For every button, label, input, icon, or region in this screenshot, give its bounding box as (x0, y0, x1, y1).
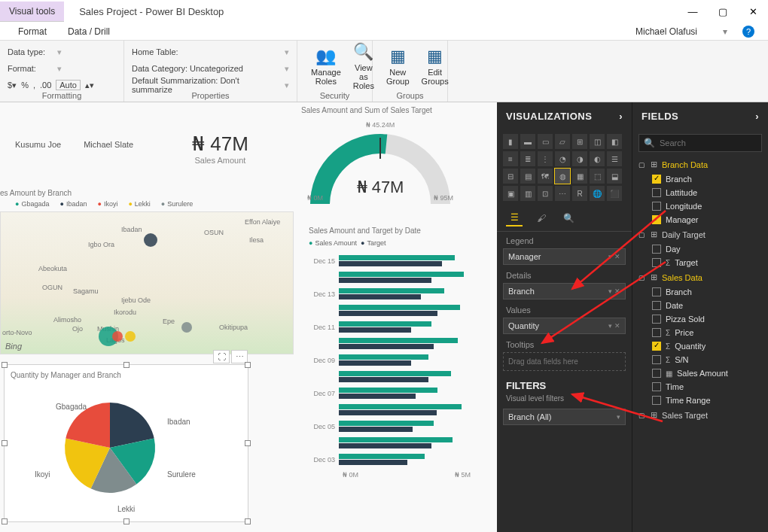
field-day[interactable]: Day (632, 242, 768, 256)
field-sales-amount[interactable]: ▦Sales Amount (632, 366, 768, 380)
viz-type-8[interactable]: ≣ (520, 151, 535, 166)
kpi-card[interactable]: ₦ 47M Sales Amount (192, 132, 248, 165)
viz-type-4[interactable]: ⊞ (572, 134, 587, 149)
tooltips-well[interactable]: Drag data fields here (503, 352, 626, 371)
bar-chart-visual[interactable]: Sales Amount and Target by Date Sales Am… (309, 226, 471, 479)
viz-type-1[interactable]: ▬ (520, 134, 535, 149)
viz-type-7[interactable]: ≡ (503, 151, 518, 166)
field-longitude[interactable]: Longitude (632, 199, 768, 213)
field-branch[interactable]: Branch (632, 172, 768, 186)
field-lattitude[interactable]: Lattitude (632, 186, 768, 199)
group-security: Security (297, 91, 372, 100)
filters-header: FILTERS (497, 372, 632, 394)
viz-type-3[interactable]: ▱ (555, 134, 570, 149)
home-table-select[interactable]: Home Table:▾ (132, 45, 289, 59)
new-group-button[interactable]: ▦New Group (380, 44, 416, 89)
viz-type-14[interactable]: ⊟ (503, 169, 518, 184)
viz-type-5[interactable]: ◫ (590, 134, 605, 149)
visual-tools-tab[interactable]: Visual tools (0, 2, 64, 22)
kpi-name-1: Kusumu Joe (15, 140, 61, 149)
user-chevron-icon[interactable]: ▾ (712, 26, 738, 37)
edit-groups-button[interactable]: ▦Edit Groups (416, 44, 455, 89)
viz-type-10[interactable]: ◔ (555, 151, 570, 166)
group-groups: Groups (373, 91, 447, 100)
viz-type-13[interactable]: ☰ (607, 151, 622, 166)
viz-type-24[interactable]: ⋯ (555, 186, 570, 201)
pie-chart (57, 395, 163, 500)
viz-type-15[interactable]: ▤ (520, 169, 535, 184)
filter-branch[interactable]: Branch (All)▾ (503, 409, 626, 425)
minimize-button[interactable]: — (678, 0, 708, 23)
field-time[interactable]: Time (632, 380, 768, 394)
field-manager[interactable]: Manager (632, 213, 768, 226)
search-input[interactable] (660, 138, 763, 147)
ribbon: Data type:▾ Format:▾ $▾%,.00 Auto▴▾ Form… (0, 41, 768, 102)
default-summarization-select[interactable]: Default Summarization: Don't summarize▾ (132, 78, 289, 92)
pie-title: Quantity by Manager and Branch (5, 365, 248, 385)
data-category-select[interactable]: Data Category: Uncategorized▾ (132, 62, 289, 75)
viz-type-25[interactable]: R (572, 186, 587, 201)
field-time-range[interactable]: Time Range (632, 394, 768, 407)
viz-type-11[interactable]: ◑ (572, 151, 587, 166)
viz-type-2[interactable]: ▭ (538, 134, 553, 149)
focus-mode-button[interactable]: ⛶ (213, 350, 230, 363)
grid-icon: ▦ (390, 47, 406, 66)
details-well[interactable]: Branch▾ ✕ (503, 283, 626, 299)
kpi-value: ₦ 47M (192, 132, 248, 156)
viz-type-20[interactable]: ⬓ (607, 169, 622, 184)
viz-type-6[interactable]: ◧ (607, 134, 622, 149)
field-pizza-sold[interactable]: Pizza Sold (632, 312, 768, 326)
viz-type-21[interactable]: ▣ (503, 186, 518, 201)
manage-roles-button[interactable]: 👥Manage Roles (305, 44, 347, 89)
kpi-name-2: Michael Slate (84, 140, 133, 149)
fields-panel: FIELDS› 🔍 ▢⊞Branch DataBranchLattitudeLo… (632, 102, 768, 532)
gauge-title: Sales Amount and Sum of Sales Target (301, 106, 432, 114)
table-branch_data[interactable]: ▢⊞Branch Data (632, 157, 768, 172)
viz-type-26[interactable]: 🌐 (590, 186, 605, 201)
map-visual[interactable]: Ibadan Alimosho Lagos Ojo Ikorodu Epe Ok… (0, 211, 294, 354)
format-buttons[interactable]: $▾%,.00 Auto▴▾ (8, 78, 116, 92)
viz-type-9[interactable]: ⋮ (538, 151, 553, 166)
bar-title: Sales Amount and Target by Date (309, 226, 471, 235)
viz-type-16[interactable]: 🗺 (538, 169, 553, 184)
help-icon[interactable]: ? (742, 26, 754, 38)
pie-visual[interactable]: ⛶ ⋯ Quantity by Manager and Branch Gbaga… (4, 364, 248, 522)
field-price[interactable]: ΣPrice (632, 326, 768, 339)
format-tab[interactable]: 🖌 (533, 210, 550, 226)
kpi-label: Sales Amount (192, 156, 248, 165)
report-canvas[interactable]: Kusumu Joe Michael Slate ₦ 47M Sales Amo… (0, 102, 497, 532)
analytics-tab[interactable]: 🔍 (560, 210, 577, 226)
people-icon: 👥 (315, 47, 336, 66)
menu-data-drill[interactable]: Data / Drill (57, 26, 120, 37)
data-type-label: Data type: (8, 47, 53, 56)
values-well[interactable]: Quantity▾ ✕ (503, 318, 626, 334)
viz-type-18[interactable]: ▦ (572, 169, 587, 184)
maximize-button[interactable]: ▢ (708, 0, 738, 23)
field-quantity[interactable]: ΣQuantity (632, 339, 768, 353)
user-name[interactable]: Michael Olafusi (625, 26, 708, 37)
fields-search[interactable]: 🔍 (638, 134, 762, 152)
menu-format[interactable]: Format (8, 26, 57, 37)
table-sales_data[interactable]: ▢⊞Sales Data (632, 269, 768, 285)
visualization-gallery[interactable]: ▮▬▭▱⊞◫◧≡≣⋮◔◑◐☰⊟▤🗺◍▦⬚⬓▣▥⊡⋯R🌐⬛ (497, 129, 632, 205)
fields-header[interactable]: FIELDS› (632, 102, 768, 129)
field-target[interactable]: ΣTarget (632, 256, 768, 269)
viz-type-0[interactable]: ▮ (503, 134, 518, 149)
viz-type-17[interactable]: ◍ (555, 169, 570, 184)
legend-well[interactable]: Manager▾ ✕ (503, 248, 626, 265)
viz-type-22[interactable]: ▥ (520, 186, 535, 201)
fields-tab[interactable]: ☰ (506, 210, 523, 226)
field-s/n[interactable]: ΣS/N (632, 353, 768, 366)
viz-type-23[interactable]: ⊡ (538, 186, 553, 201)
viz-type-12[interactable]: ◐ (590, 151, 605, 166)
table-sales_target[interactable]: ▢⊞Sales Target (632, 407, 768, 423)
viz-type-27[interactable]: ⬛ (607, 186, 622, 201)
gauge-visual[interactable]: ₦ 45.24M ₦ 47M ₦ 0M₦ 95M (301, 121, 459, 202)
viz-type-19[interactable]: ⬚ (590, 169, 605, 184)
field-date[interactable]: Date (632, 299, 768, 312)
app-title: Sales Project - Power BI Desktop (64, 6, 678, 17)
field-branch[interactable]: Branch (632, 285, 768, 299)
close-button[interactable]: ✕ (738, 0, 768, 23)
visualizations-header[interactable]: VISUALIZATIONS› (497, 102, 632, 129)
table-daily_target[interactable]: ▢⊞Daily Target (632, 226, 768, 242)
